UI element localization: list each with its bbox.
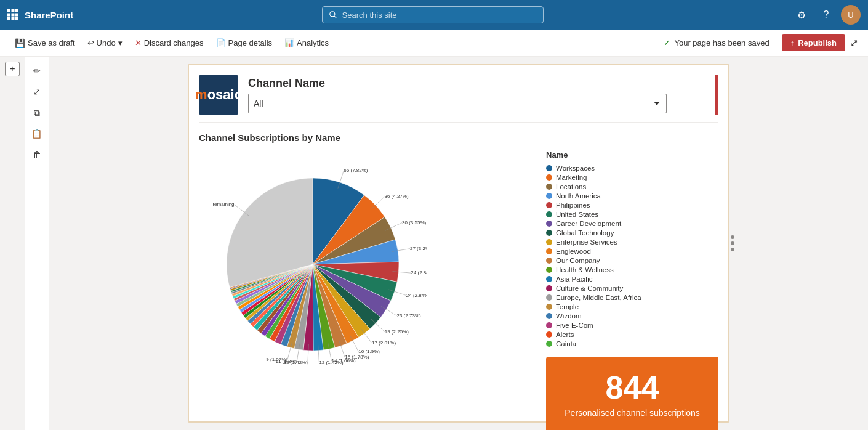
add-block-button[interactable]: + [5, 62, 20, 76]
mosaic-logo-text: mosaic [195, 87, 242, 103]
legend-item: Culture & Community [546, 285, 718, 292]
legend-dot [546, 193, 552, 199]
legend-label: United States [556, 211, 598, 218]
legend-label: Five E-Com [556, 322, 593, 329]
legend-item: Locations [546, 183, 718, 190]
save-draft-button[interactable]: 💾 Save as draft [10, 36, 80, 51]
edit-tool-button[interactable]: ✏ [28, 62, 46, 80]
check-icon: ✓ [664, 38, 670, 47]
user-avatar[interactable]: U [841, 5, 861, 25]
legend-item: Englewood [546, 248, 718, 255]
chart-left: 66 (7.82%)36 (4.27%)30 (3.55%)27 (3.2%)2… [199, 150, 536, 430]
channel-name-section: Channel Name All [248, 77, 705, 113]
analytics-button[interactable]: 📊 Analytics [279, 36, 334, 50]
expand-button[interactable]: ⤢ [850, 37, 858, 49]
waffle-icon[interactable] [7, 9, 18, 20]
legend-item: United States [546, 211, 718, 218]
legend-item: Workspaces [546, 164, 718, 172]
republish-icon: ↑ [790, 38, 795, 47]
undo-icon: ↩ [87, 38, 94, 47]
legend-label: Workspaces [556, 164, 595, 172]
legend-dot [546, 221, 552, 227]
legend-label: Cainta [556, 340, 576, 347]
main-area: + ✏ ⤢ ⧉ 📋 🗑 mosaic Channel Name All [0, 57, 868, 430]
right-accent-bar [715, 75, 718, 115]
undo-button[interactable]: ↩ Undo ▾ [82, 36, 127, 50]
undo-dropdown-icon: ▾ [118, 38, 123, 47]
svg-rect-8 [15, 17, 18, 20]
pie-chart: 66 (7.82%)36 (4.27%)30 (3.55%)27 (3.2%)2… [199, 150, 420, 372]
legend-item: Europe, Middle East, Africa [546, 294, 718, 301]
webpart-container: mosaic Channel Name All Channel Subscrip… [188, 64, 729, 423]
channel-name-dropdown[interactable]: All [248, 94, 667, 113]
legend-item: Enterprise Services [546, 238, 718, 246]
legend-item: Cainta [546, 340, 718, 347]
legend-dot [546, 165, 552, 171]
stats-label: Personalised channel subscriptions [565, 407, 699, 420]
stats-number: 844 [606, 371, 659, 404]
legend-item: Five E-Com [546, 322, 718, 329]
legend-label: North America [556, 192, 601, 200]
svg-rect-0 [7, 9, 10, 12]
republish-button[interactable]: ↑ Republish [782, 34, 845, 51]
legend-label: Wizdom [556, 312, 582, 320]
move-tool-button[interactable]: ⤢ [28, 83, 46, 101]
svg-text:24 (2.84%): 24 (2.84%) [406, 293, 427, 298]
svg-text:27 (3.2%): 27 (3.2%) [410, 246, 427, 251]
legend-dot [546, 239, 552, 245]
toolbar-right: ✓ Your page has been saved ↑ Republish ⤢ [664, 34, 858, 51]
svg-text:66 (7.82%): 66 (7.82%) [344, 168, 368, 173]
topbar-icons: ⚙ ? U [792, 5, 861, 25]
legend-dot [546, 285, 552, 291]
legend-item: Career Development [546, 220, 718, 227]
legend-dot [546, 276, 552, 282]
chart-right: Name WorkspacesMarketingLocationsNorth A… [546, 150, 718, 430]
help-icon[interactable]: ? [816, 5, 836, 25]
legend-dot [546, 322, 552, 328]
channel-name-label: Channel Name [248, 77, 705, 90]
svg-rect-6 [7, 17, 10, 20]
stats-card: 844 Personalised channel subscriptions [546, 357, 718, 430]
legend-label: Enterprise Services [556, 238, 617, 246]
legend-dot [546, 294, 552, 301]
svg-rect-5 [15, 14, 18, 17]
legend-title: Name [546, 150, 718, 160]
legend-label: Culture & Community [556, 285, 623, 292]
svg-text:remaining: remaining [212, 201, 234, 207]
legend-item: Global Technology [546, 229, 718, 237]
app-name: SharePoint [25, 10, 73, 20]
settings-icon[interactable]: ⚙ [792, 5, 811, 25]
discard-icon: ✕ [135, 38, 142, 47]
chart-section: 66 (7.82%)36 (4.27%)30 (3.55%)27 (3.2%)2… [199, 150, 718, 430]
discard-button[interactable]: ✕ Discard changes [130, 36, 209, 50]
page-details-icon: 📄 [216, 38, 226, 47]
legend-label: Temple [556, 303, 579, 310]
legend-dot [546, 341, 552, 347]
channel-header: mosaic Channel Name All [199, 75, 718, 123]
legend-label: Global Technology [556, 229, 614, 237]
paste-tool-button[interactable]: 📋 [28, 124, 46, 143]
legend-dot [546, 331, 552, 338]
search-container [79, 6, 786, 23]
svg-text:17 (2.01%): 17 (2.01%) [372, 340, 396, 346]
svg-rect-4 [12, 14, 15, 17]
legend-item: Health & Wellness [546, 266, 718, 274]
legend-label: Englewood [556, 248, 591, 255]
resize-dot [731, 248, 734, 251]
legend-dot [546, 304, 552, 310]
legend-dot [546, 267, 552, 273]
delete-tool-button[interactable]: 🗑 [28, 145, 46, 164]
legend-item: Alerts [546, 331, 718, 338]
legend-label: Alerts [556, 331, 574, 338]
legend-item: Philippines [546, 201, 718, 209]
svg-rect-3 [7, 14, 10, 17]
copy-tool-button[interactable]: ⧉ [28, 103, 46, 122]
legend-dot [546, 202, 552, 208]
page-details-button[interactable]: 📄 Page details [211, 36, 278, 50]
svg-text:12 (1.42%): 12 (1.42%) [319, 360, 343, 365]
svg-text:24 (2.84%): 24 (2.84%) [411, 270, 427, 275]
legend-label: Locations [556, 183, 586, 190]
resize-handle[interactable] [731, 235, 734, 251]
svg-text:36 (4.27%): 36 (4.27%) [384, 193, 408, 199]
search-input[interactable] [322, 6, 544, 23]
